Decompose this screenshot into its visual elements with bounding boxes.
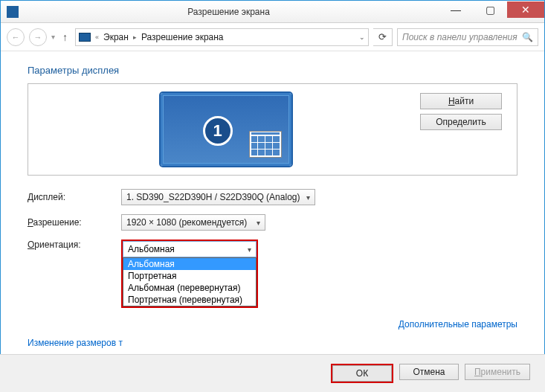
display-label: Дисплей: — [28, 192, 121, 202]
breadcrumb-dropdown-icon[interactable]: ⌄ — [359, 33, 365, 41]
resolution-row: Разрешение: 1920 × 1080 (рекомендуется) — [28, 214, 517, 231]
apply-label: Применить — [474, 367, 520, 377]
monitor-keypad-icon — [249, 131, 282, 158]
window-title: Разрешение экрана — [19, 7, 439, 17]
close-button[interactable]: ✕ — [507, 1, 544, 18]
ok-highlight: ОК — [331, 364, 393, 383]
orientation-option-portrait-flipped[interactable]: Портретная (перевернутая) — [123, 294, 256, 306]
orientation-value: Альбомная — [128, 244, 175, 254]
monitor-1[interactable]: 1 — [161, 93, 291, 166]
history-dropdown-icon[interactable]: ▾ — [51, 33, 55, 41]
find-label: айти — [455, 96, 474, 106]
control-panel-icon — [79, 33, 91, 42]
ok-button[interactable]: ОК — [332, 365, 392, 382]
monitor-number: 1 — [203, 116, 233, 146]
chevron-right-icon: ▸ — [133, 33, 137, 41]
resolution-label: Разрешение: — [28, 217, 121, 228]
content-area: Параметры дисплея 1 Найти Определить Дис… — [1, 51, 544, 379]
detect-button[interactable]: Определить — [420, 114, 502, 130]
orientation-row: Ориентация: Альбомная Альбомная Портретн… — [28, 240, 517, 308]
breadcrumb-root-chevron: « — [95, 33, 99, 41]
search-input[interactable]: Поиск в панели управления 🔍 — [397, 28, 538, 46]
find-label-u: Н — [448, 96, 455, 106]
resolution-select[interactable]: 1920 × 1080 (рекомендуется) — [121, 214, 265, 231]
display-select[interactable]: 1. SD390_S22D390H / S22D390Q (Analog) — [121, 189, 315, 205]
monitors-panel: 1 Найти Определить — [28, 83, 517, 176]
section-title: Параметры дисплея — [28, 65, 517, 76]
find-button[interactable]: Найти — [420, 93, 502, 109]
orientation-label: Ориентация: — [28, 240, 121, 250]
dialog-footer: ОК Отмена Применить — [0, 354, 545, 392]
back-button[interactable]: ← — [7, 28, 25, 46]
resize-link[interactable]: Изменение размеров т — [28, 338, 517, 348]
advanced-link-row: Дополнительные параметры — [28, 317, 517, 330]
resolution-value: 1920 × 1080 (рекомендуется) — [126, 217, 247, 228]
forward-button[interactable]: → — [29, 28, 47, 46]
orientation-highlight: Альбомная Альбомная Портретная Альбомная… — [121, 240, 258, 308]
minimize-button[interactable]: — — [439, 1, 473, 18]
maximize-button[interactable]: ▢ — [473, 1, 507, 18]
up-button[interactable]: ↑ — [59, 31, 71, 43]
orientation-option-landscape-flipped[interactable]: Альбомная (перевернутая) — [123, 282, 256, 294]
advanced-link[interactable]: Дополнительные параметры — [399, 319, 517, 330]
breadcrumb[interactable]: « Экран ▸ Разрешение экрана ⌄ — [75, 28, 369, 46]
refresh-button[interactable]: ⟳ — [373, 28, 393, 46]
orientation-select[interactable]: Альбомная — [123, 241, 257, 257]
orientation-option-portrait[interactable]: Портретная — [123, 270, 256, 282]
detect-label: Определить — [436, 117, 486, 127]
orientation-option-landscape[interactable]: Альбомная — [123, 258, 256, 270]
breadcrumb-current[interactable]: Разрешение экрана — [141, 32, 224, 42]
navigation-bar: ← → ▾ ↑ « Экран ▸ Разрешение экрана ⌄ ⟳ … — [1, 23, 544, 51]
orientation-dropdown: Альбомная Портретная Альбомная (переверн… — [123, 257, 257, 306]
cancel-button[interactable]: Отмена — [399, 364, 459, 380]
breadcrumb-root[interactable]: Экран — [103, 32, 129, 42]
search-icon[interactable]: 🔍 — [522, 32, 533, 42]
monitor-preview[interactable]: 1 — [43, 93, 408, 166]
apply-button[interactable]: Применить — [465, 364, 530, 380]
app-icon — [7, 6, 19, 18]
display-value: 1. SD390_S22D390H / S22D390Q (Analog) — [126, 192, 300, 202]
window-titlebar: Разрешение экрана — ▢ ✕ — [1, 1, 544, 23]
display-row: Дисплей: 1. SD390_S22D390H / S22D390Q (A… — [28, 189, 517, 205]
search-placeholder: Поиск в панели управления — [402, 32, 517, 42]
